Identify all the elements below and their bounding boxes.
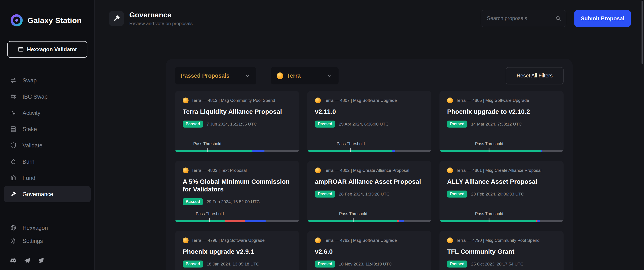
validator-button-label: Hexxagon Validator [27,46,77,53]
page-header: Governance Review and vote on proposals … [94,0,644,37]
terra-chain-icon [447,237,453,243]
yes-votes-segment [175,150,252,152]
sidebar-item-swap[interactable]: Swap [4,72,91,88]
pass-threshold-marker [489,148,490,152]
search-box [481,10,566,27]
pass-threshold-marker [353,218,354,222]
proposal-meta: Terra — 4798 | Msg Software Upgrade [192,238,265,243]
proposal-status-row: Passed 7 Jun 2024, 16:21:35 UTC [183,120,292,127]
proposal-date: 10 Nov 2023, 11:49:19 UTC [339,262,392,266]
pass-threshold-marker [210,218,210,222]
app-logo[interactable]: Galaxy Station [10,14,94,27]
terra-chain-icon [315,237,321,243]
proposal-meta: Terra — 4790 | Msg Community Pool Spend [456,238,540,243]
proposal-card[interactable]: Terra — 4792 | Msg Software Upgrade v2.6… [307,231,431,270]
proposal-title: Terra Liquidity Alliance Proposal [183,108,292,115]
vote-result-bar [175,220,299,222]
proposal-meta: Terra — 4802 | Msg Create Alliance Propo… [324,168,409,173]
terra-chain-icon [447,97,453,103]
proposal-date: 28 Feb 2024, 1:33:26 UTC [339,192,390,197]
proposal-card[interactable]: Terra — 4805 | Msg Software Upgrade Phoe… [440,91,564,152]
submit-proposal-button[interactable]: Submit Proposal [574,10,631,27]
fund-icon [10,175,17,181]
stake-icon [10,126,17,132]
sidebar-item-fund[interactable]: Fund [4,170,91,186]
sidebar: Galaxy Station Hexxagon Validator Swap I… [0,0,94,270]
abstain-votes-segment [399,220,404,222]
proposals-grid: Terra — 4813 | Msg Community Pool Spend … [175,91,564,270]
terra-chain-icon [276,72,283,79]
main-area: Governance Review and vote on proposals … [94,0,644,270]
proposal-card[interactable]: Terra — 4798 | Msg Software Upgrade Phoe… [175,231,299,270]
proposal-date: 7 Jun 2024, 16:21:35 UTC [206,122,257,127]
proposal-card[interactable]: Terra — 4802 | Msg Create Alliance Propo… [307,161,431,222]
proposal-date: 14 Mar 2024, 7:38:12 UTC [471,122,522,127]
discord-icon[interactable] [10,257,17,264]
scrollbar[interactable] [642,1,643,64]
sidebar-item-validate[interactable]: Validate [4,137,91,154]
proposal-title: A 5% Global Minimum Commission for Valid… [183,178,292,193]
proposal-status-row: Passed 29 Apr 2024, 6:36:00 UTC [315,120,424,127]
proposal-status-row: Passed 10 Nov 2023, 11:49:19 UTC [315,260,424,267]
reset-filters-button[interactable]: Reset All Filters [506,67,564,84]
page-titles: Governance Review and vote on proposals [129,11,192,26]
yes-votes-segment [440,150,541,152]
chain-filter-value: Terra [287,72,301,79]
proposal-title: ampROAR Alliance Asset Proposal [315,178,424,186]
proposal-card[interactable]: Terra — 4790 | Msg Community Pool Spend … [440,231,564,270]
sidebar-item-settings[interactable]: Settings [4,234,91,247]
validator-button[interactable]: Hexxagon Validator [7,41,88,58]
proposal-meta: Terra — 4801 | Msg Create Alliance Propo… [456,168,542,173]
chevron-down-icon [327,73,333,79]
pass-threshold-label: Pass Threshold [336,142,365,146]
proposal-meta: Terra — 4792 | Msg Software Upgrade [324,238,397,243]
proposal-meta: Terra — 4813 | Msg Community Pool Spend [192,98,275,103]
sidebar-item-stake[interactable]: Stake [4,121,91,137]
proposal-title: TFL Community Grant [447,248,556,255]
burn-icon [10,158,17,165]
proposal-card[interactable]: Terra — 4803 | Text Proposal A 5% Global… [175,161,299,222]
sidebar-item-governance[interactable]: Governance [4,186,91,202]
proposal-meta-row: Terra — 4798 | Msg Software Upgrade [183,237,292,243]
status-badge: Passed [315,191,335,198]
status-badge: Passed [315,260,335,267]
galaxy-logo-icon [10,14,24,27]
proposal-date: 23 Feb 2024, 20:06:33 UTC [471,192,524,197]
search-icon[interactable] [555,15,561,22]
status-filter-dropdown[interactable]: Passed Proposals [175,67,256,84]
terra-chain-icon [183,237,188,243]
swap-icon [10,77,17,84]
status-badge: Passed [183,260,203,267]
status-badge: Passed [447,120,468,127]
sidebar-item-activity[interactable]: Activity [4,105,91,121]
proposal-meta-row: Terra — 4801 | Msg Create Alliance Propo… [447,168,556,173]
governance-icon [10,191,17,198]
proposal-card[interactable]: Terra — 4807 | Msg Software Upgrade v2.1… [307,91,431,152]
chain-filter-dropdown[interactable]: Terra [271,67,338,84]
globe-icon [10,224,17,231]
proposal-meta-row: Terra — 4807 | Msg Software Upgrade [315,97,424,103]
vote-result-bar [307,150,431,152]
terra-chain-icon [315,168,321,173]
yes-votes-segment [307,150,392,152]
proposal-meta-row: Terra — 4805 | Msg Software Upgrade [447,97,556,103]
sidebar-item-hexxagon[interactable]: Hexxagon [4,221,91,234]
abstain-votes-segment [538,220,540,222]
status-badge: Passed [447,191,468,198]
sidebar-item-ibc-swap[interactable]: IBC Swap [4,88,91,105]
proposal-card[interactable]: Terra — 4801 | Msg Create Alliance Propo… [440,161,564,222]
filters-row: Passed Proposals Terra Reset All Filters [175,67,564,84]
abstain-votes-segment [252,150,264,152]
sidebar-item-burn[interactable]: Burn [4,154,91,170]
sidebar-secondary-nav: Hexxagon Settings [4,221,91,247]
proposal-date: 29 Feb 2024, 16:52:00 UTC [206,199,260,204]
vote-result-bar [440,150,564,152]
vote-result-bar [175,150,299,152]
twitter-icon[interactable] [38,257,44,264]
proposal-meta-row: Terra — 4813 | Msg Community Pool Spend [183,97,292,103]
proposal-card[interactable]: Terra — 4813 | Msg Community Pool Spend … [175,91,299,152]
activity-icon [10,109,17,116]
search-input[interactable] [481,10,566,27]
header-actions: Submit Proposal [481,10,631,27]
telegram-icon[interactable] [24,257,31,264]
